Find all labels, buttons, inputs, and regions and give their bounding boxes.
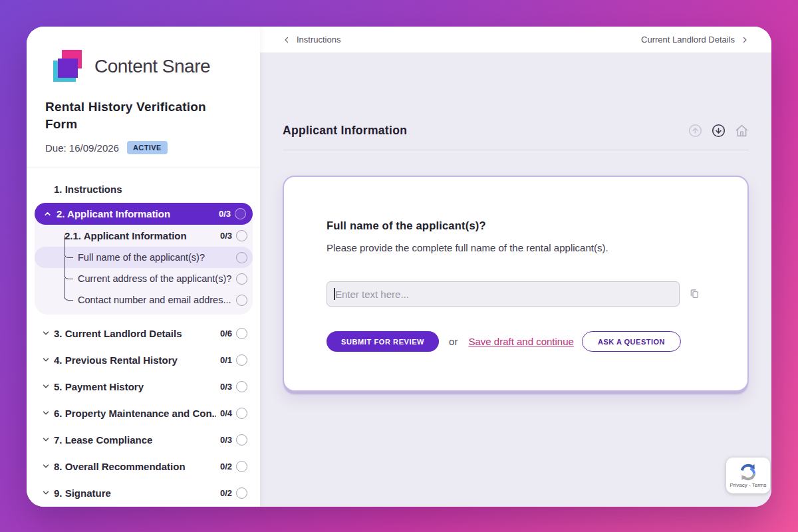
question-label: Current address of the applicant(s)? — [78, 273, 231, 284]
sidebar-item-label: 4. Previous Rental History — [54, 354, 178, 366]
progress-circle-icon — [236, 328, 247, 339]
sidebar-item-label: 2. Applicant Information — [57, 208, 170, 219]
sidebar-item-current-landlord-details[interactable]: 3. Current Landlord Details 0/6 — [27, 320, 260, 346]
chevron-down-icon — [41, 435, 51, 444]
logo: Content Snare — [53, 50, 241, 83]
submit-for-review-button[interactable]: SUBMIT FOR REVIEW — [327, 331, 439, 352]
section-title: Applicant Information — [283, 124, 407, 138]
circle-arrow-down-icon[interactable] — [712, 124, 726, 138]
progress-count: 0/2 — [216, 488, 232, 498]
recaptcha-terms-label[interactable]: Privacy - Terms — [730, 482, 767, 488]
sidebar-item-previous-rental-history[interactable]: 4. Previous Rental History 0/1 — [27, 346, 260, 373]
sidebar-item-label: 1. Instructions — [54, 184, 122, 195]
question-description: Please provide the complete full name of… — [327, 242, 705, 253]
sidebar-item-label: 9. Signature — [54, 487, 111, 499]
question-title: Full name of the applicant(s)? — [327, 219, 705, 232]
chevron-right-icon — [741, 36, 749, 44]
answer-input-wrap — [327, 281, 680, 307]
sidebar-item-signature[interactable]: 9. Signature 0/2 — [27, 479, 260, 506]
progress-circle-icon — [236, 273, 247, 285]
section-tools — [688, 124, 749, 138]
section-pager: Instructions Current Landlord Details — [260, 27, 771, 53]
main-pane: Instructions Current Landlord Details Ap… — [260, 27, 771, 507]
chevron-down-icon — [41, 355, 51, 364]
sidebar-item-property-maintenance[interactable]: 6. Property Maintenance and Con... 0/4 — [27, 400, 260, 426]
progress-circle-icon — [236, 487, 247, 499]
sidebar-item-label: 8. Overall Recommendation — [54, 461, 186, 472]
progress-circle-icon — [236, 434, 247, 446]
prev-section-button[interactable]: Instructions — [283, 35, 340, 45]
chevron-down-icon — [41, 462, 51, 471]
or-label: or — [449, 336, 458, 347]
status-badge: ACTIVE — [127, 141, 168, 154]
progress-circle-icon — [236, 461, 247, 472]
due-row: Due: 16/09/2026 ACTIVE — [45, 141, 241, 154]
chevron-left-icon — [283, 36, 291, 44]
sidebar-item-instructions[interactable]: 1. Instructions — [27, 178, 260, 200]
progress-circle-icon — [236, 354, 247, 366]
progress-count: 0/2 — [216, 462, 232, 471]
sidebar-item-label: 7. Lease Compliance — [54, 434, 152, 446]
progress-circle-icon — [236, 408, 247, 419]
logo-purple-square — [58, 59, 78, 78]
save-draft-link[interactable]: Save draft and continue — [468, 336, 573, 347]
recaptcha-badge[interactable]: Privacy - Terms — [726, 458, 770, 493]
progress-count: 0/3 — [216, 231, 232, 241]
section-divider — [283, 150, 749, 150]
chevron-down-icon — [41, 408, 51, 418]
next-section-label: Current Landlord Details — [641, 35, 735, 45]
progress-circle-icon — [236, 252, 247, 263]
sidebar-question-contact-number[interactable]: Contact number and email addres... — [35, 289, 253, 311]
sidebar-item-payment-history[interactable]: 5. Payment History 0/3 — [27, 373, 260, 400]
progress-count: 0/3 — [216, 435, 232, 445]
content-area: Applicant Information Full name of the a… — [260, 53, 771, 507]
question-label: Contact number and email addres... — [78, 295, 231, 305]
form-title: Rental History Verification Form — [45, 98, 241, 132]
text-cursor — [334, 288, 335, 300]
progress-count: 0/3 — [215, 209, 231, 219]
progress-circle-icon — [236, 295, 247, 306]
section-header: Applicant Information — [283, 124, 749, 138]
chevron-down-icon — [41, 382, 51, 391]
sidebar-item-applicant-information[interactable]: 2. Applicant Information 0/3 — [35, 203, 253, 225]
sidebar-item-label: 5. Payment History — [54, 381, 144, 392]
logo-text: Content Snare — [94, 56, 210, 77]
sidebar-header: Content Snare Rental History Verificatio… — [27, 27, 260, 168]
answer-input[interactable] — [327, 281, 680, 307]
sidebar-nav: 1. Instructions 2. Applicant Information… — [27, 168, 260, 507]
sidebar-item-label: 3. Current Landlord Details — [54, 328, 182, 339]
sidebar: Content Snare Rental History Verificatio… — [27, 27, 260, 507]
card-actions: SUBMIT FOR REVIEW or Save draft and cont… — [327, 331, 705, 352]
ask-a-question-button[interactable]: ASK A QUESTION — [582, 331, 681, 352]
copy-icon[interactable] — [689, 289, 700, 299]
sidebar-item-overall-recommendation[interactable]: 8. Overall Recommendation 0/2 — [27, 453, 260, 479]
progress-count: 0/6 — [216, 329, 232, 338]
home-icon[interactable] — [735, 124, 749, 138]
circle-arrow-up-icon[interactable] — [688, 124, 702, 138]
progress-circle-icon — [236, 230, 247, 241]
section-applicant-information-group: 2. Applicant Information 0/3 2.1. Applic… — [35, 203, 253, 315]
progress-count: 0/1 — [216, 355, 232, 365]
progress-count: 0/4 — [216, 408, 232, 418]
chevron-down-icon — [41, 488, 51, 497]
recaptcha-icon — [738, 463, 758, 481]
progress-circle-icon — [235, 208, 246, 219]
next-section-button[interactable]: Current Landlord Details — [641, 35, 749, 45]
chevron-down-icon — [41, 329, 51, 338]
content-snare-logo-icon — [53, 50, 88, 83]
question-label: Full name of the applicant(s)? — [78, 252, 205, 263]
progress-circle-icon — [236, 381, 247, 392]
app-window: Content Snare Rental History Verificatio… — [27, 27, 771, 507]
prev-section-label: Instructions — [297, 35, 340, 45]
sidebar-item-lease-compliance[interactable]: 7. Lease Compliance 0/3 — [27, 426, 260, 453]
sidebar-item-label: 2.1. Applicant Information — [65, 230, 187, 241]
progress-count: 0/3 — [216, 382, 232, 392]
sidebar-item-label: 6. Property Maintenance and Con... — [54, 408, 216, 419]
due-date: Due: 16/09/2026 — [45, 142, 119, 154]
question-card: Full name of the applicant(s)? Please pr… — [283, 176, 749, 392]
chevron-up-icon — [43, 209, 52, 218]
